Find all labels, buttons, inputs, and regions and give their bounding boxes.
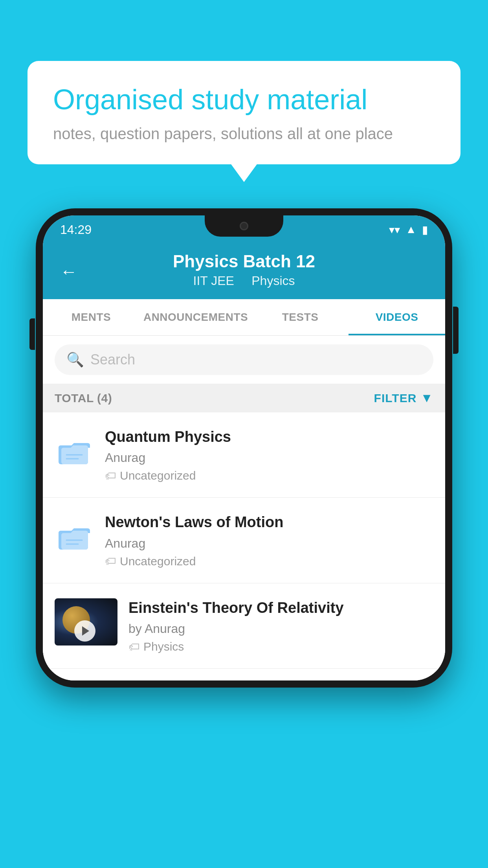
tag-label: Uncategorized [120,469,196,482]
folder-icon [55,430,94,470]
filter-label: FILTER [374,392,417,405]
video-list: Quantum Physics Anurag 🏷 Uncategorized [43,412,445,669]
status-time: 14:29 [60,223,92,237]
video-author: Anurag [105,451,433,465]
search-placeholder: Search [90,351,135,368]
speech-bubble-container: Organised study material notes, question… [28,61,460,164]
search-icon: 🔍 [66,351,84,368]
tag-icon: 🏷 [105,555,116,568]
phone-bottom [43,669,445,680]
video-title: Einstein's Theory Of Relativity [128,598,433,618]
video-tag: 🏷 Uncategorized [105,469,433,482]
video-tag: 🏷 Physics [128,640,433,653]
video-title: Quantum Physics [105,427,433,447]
header-subtitle: IIT JEE Physics [60,274,428,288]
search-container: 🔍 Search [43,336,445,384]
video-title: Newton's Laws of Motion [105,513,433,532]
video-info: Newton's Laws of Motion Anurag 🏷 Uncateg… [105,513,433,568]
subtitle-iitjee: IIT JEE [193,274,234,288]
video-thumbnail [55,598,117,645]
folder-icon [55,516,94,555]
video-info: Einstein's Theory Of Relativity by Anura… [128,598,433,653]
video-info: Quantum Physics Anurag 🏷 Uncategorized [105,427,433,482]
tab-tests[interactable]: TESTS [252,299,349,335]
list-item[interactable]: Einstein's Theory Of Relativity by Anura… [43,583,445,669]
svg-rect-5 [61,533,88,550]
video-author: by Anurag [128,622,433,636]
phone-wrapper: 14:29 ▾▾ ▲ ▮ ← Physics Batch 12 IIT JEE … [36,208,452,688]
list-item[interactable]: Newton's Laws of Motion Anurag 🏷 Uncateg… [43,498,445,583]
back-button[interactable]: ← [60,262,77,281]
filter-button[interactable]: FILTER ▼ [374,391,433,405]
speech-bubble-title: Organised study material [53,83,435,116]
battery-icon: ▮ [422,223,428,236]
tag-label: Physics [143,640,184,653]
tabs-container: MENTS ANNOUNCEMENTS TESTS VIDEOS [43,299,445,336]
subtitle-physics: Physics [251,274,295,288]
video-tag: 🏷 Uncategorized [105,555,433,568]
phone-screen: 14:29 ▾▾ ▲ ▮ ← Physics Batch 12 IIT JEE … [43,215,445,680]
tag-icon: 🏷 [128,640,139,653]
speech-bubble: Organised study material notes, question… [28,61,460,164]
total-count-label: TOTAL (4) [55,392,112,405]
svg-rect-1 [61,448,88,464]
camera-notch [240,222,248,230]
search-box[interactable]: 🔍 Search [55,344,433,375]
speech-bubble-subtitle: notes, question papers, solutions all at… [53,125,435,143]
tab-ments[interactable]: MENTS [43,299,139,335]
header-title: Physics Batch 12 [60,252,428,271]
tag-label: Uncategorized [120,555,196,568]
filter-bar: TOTAL (4) FILTER ▼ [43,384,445,412]
signal-icon: ▲ [405,223,416,236]
app-header: ← Physics Batch 12 IIT JEE Physics [43,244,445,299]
list-item[interactable]: Quantum Physics Anurag 🏷 Uncategorized [43,412,445,498]
notch [205,215,283,237]
status-icons: ▾▾ ▲ ▮ [389,223,428,236]
play-button[interactable] [74,620,95,642]
tag-icon: 🏷 [105,469,116,482]
play-icon [82,626,89,636]
filter-icon: ▼ [420,391,433,405]
thumbnail-image [55,598,117,645]
video-author: Anurag [105,536,433,551]
phone-outer: 14:29 ▾▾ ▲ ▮ ← Physics Batch 12 IIT JEE … [36,208,452,688]
wifi-icon: ▾▾ [389,223,400,236]
tab-videos[interactable]: VIDEOS [349,299,445,335]
status-bar: 14:29 ▾▾ ▲ ▮ [43,215,445,244]
tab-announcements[interactable]: ANNOUNCEMENTS [139,299,252,335]
